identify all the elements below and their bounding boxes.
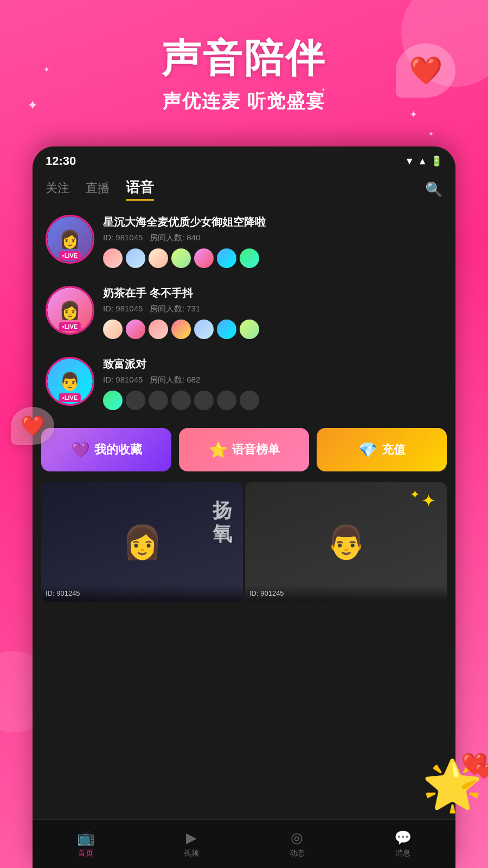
favorites-label: 我的收藏	[94, 442, 142, 458]
room-list: 👩 •LIVE 星沉大海全麦优质少女御姐空降啦 ID: 981045 房间人数:…	[33, 206, 455, 419]
mini-avatar	[240, 248, 259, 268]
header-section: 声音陪伴 声优连麦 听觉盛宴	[0, 33, 488, 114]
mini-avatar	[171, 391, 191, 410]
room-avatar-2: 👩 •LIVE	[46, 286, 94, 335]
nav-item-home[interactable]: 📺 首页	[33, 829, 138, 858]
room-title-2: 奶茶在手 冬不手抖	[103, 286, 442, 301]
room-info-1: 星沉大海全麦优质少女御姐空降啦 ID: 981045 房间人数: 840	[103, 215, 442, 268]
favorites-icon: 💜	[71, 441, 90, 459]
video-card-2[interactable]: 👨 ✦ ✦ ID: 901245	[245, 482, 447, 602]
live-badge-1: •LIVE	[59, 251, 81, 260]
room-avatars-1	[103, 248, 442, 268]
video-overlay-2: ID: 901245	[245, 585, 447, 602]
mini-avatar	[149, 248, 168, 268]
room-title-1: 星沉大海全麦优质少女御姐空降啦	[103, 215, 442, 229]
sub-title: 声优连麦 听觉盛宴	[0, 89, 488, 114]
room-meta-3: ID: 981045 房间人数: 682	[103, 375, 442, 385]
heart-decoration-left: ❤️	[11, 407, 54, 445]
live-badge-2: •LIVE	[59, 322, 81, 331]
tab-live[interactable]: 直播	[86, 180, 110, 199]
mini-avatar	[217, 391, 236, 410]
live-badge-3: •LIVE	[59, 393, 81, 402]
mini-avatar	[194, 320, 214, 339]
tab-voice[interactable]: 语音	[126, 178, 154, 201]
room-item-1[interactable]: 👩 •LIVE 星沉大海全麦优质少女御姐空降啦 ID: 981045 房间人数:…	[41, 206, 447, 277]
tab-follow[interactable]: 关注	[46, 180, 69, 199]
search-icon[interactable]: 🔍	[425, 181, 442, 198]
video-sparkle: ✦	[421, 490, 436, 511]
ranking-label: 语音榜单	[232, 442, 280, 458]
mini-avatar	[217, 320, 236, 339]
sparkle-4: ✦	[428, 130, 434, 138]
video-card-1[interactable]: 👩 扬氧 ID: 901245	[41, 482, 243, 602]
video-grid: 👩 扬氧 ID: 901245 👨 ✦ ✦ ID: 901245	[33, 480, 455, 602]
wifi-icon: ▼	[404, 156, 414, 167]
nav-label-messages: 消息	[395, 848, 410, 858]
room-meta-2: ID: 981045 房间人数: 731	[103, 304, 442, 314]
nav-item-video[interactable]: ▶ 视频	[138, 829, 244, 858]
room-item-3[interactable]: 👨 •LIVE 致富派对 ID: 981045 房间人数: 682	[41, 348, 447, 419]
room-avatar-3: 👨 •LIVE	[46, 357, 94, 406]
mini-avatar	[240, 320, 259, 339]
mini-avatar	[126, 320, 145, 339]
nav-label-home: 首页	[78, 848, 93, 858]
nav-label-video: 视频	[184, 848, 199, 858]
room-avatars-3	[103, 391, 442, 410]
room-meta-1: ID: 981045 房间人数: 840	[103, 233, 442, 243]
mini-avatar	[171, 248, 191, 268]
nav-item-messages[interactable]: 💬 消息	[350, 829, 455, 858]
mini-avatar	[149, 391, 168, 410]
mini-avatar	[126, 391, 145, 410]
my-favorites-button[interactable]: 💜 我的收藏	[41, 428, 171, 471]
mini-avatar	[194, 391, 214, 410]
bottom-nav: 📺 首页 ▶ 视频 ◎ 动态 💬 消息	[33, 819, 455, 868]
recharge-icon: 💎	[358, 441, 377, 459]
moments-icon: ◎	[291, 829, 303, 846]
phone-frame: 12:30 ▼ ▲ 🔋 关注 直播 语音 🔍 👩 •LIVE 星沉大海全麦优质少…	[33, 146, 455, 868]
mini-avatar	[171, 320, 191, 339]
status-time: 12:30	[46, 154, 76, 168]
room-item-2[interactable]: 👩 •LIVE 奶茶在手 冬不手抖 ID: 981045 房间人数: 731	[41, 277, 447, 348]
status-bar: 12:30 ▼ ▲ 🔋	[33, 146, 455, 173]
mini-avatar	[194, 248, 214, 268]
video-id-1: ID: 901245	[46, 589, 239, 597]
mini-avatar	[126, 248, 145, 268]
nav-label-moments: 动态	[290, 848, 305, 858]
ranking-icon: ⭐	[209, 441, 228, 459]
video-icon: ▶	[186, 829, 197, 846]
mini-avatar	[103, 320, 123, 339]
signal-icon: ▲	[418, 156, 427, 167]
messages-icon: 💬	[394, 829, 412, 846]
room-avatar-1: 👩 •LIVE	[46, 215, 94, 264]
mini-avatar	[240, 391, 259, 410]
mini-avatar	[217, 248, 236, 268]
video-overlay-1: ID: 901245	[41, 585, 243, 602]
video-id-2: ID: 901245	[249, 589, 442, 597]
voice-ranking-button[interactable]: ⭐ 语音榜单	[179, 428, 309, 471]
mini-avatar	[103, 248, 123, 268]
sparkle-video: ✦	[410, 488, 420, 502]
battery-icon: 🔋	[431, 155, 442, 167]
room-info-3: 致富派对 ID: 981045 房间人数: 682	[103, 357, 442, 410]
quick-actions: 💜 我的收藏 ⭐ 语音榜单 💎 充值	[33, 419, 455, 480]
nav-item-moments[interactable]: ◎ 动态	[244, 829, 350, 858]
nav-tabs: 关注 直播 语音 🔍	[33, 173, 455, 206]
status-icons: ▼ ▲ 🔋	[404, 155, 442, 167]
recharge-button[interactable]: 💎 充值	[317, 428, 447, 471]
recharge-label: 充值	[382, 442, 406, 458]
mini-avatar	[149, 320, 168, 339]
home-icon: 📺	[77, 829, 94, 846]
main-title: 声音陪伴	[0, 33, 488, 85]
room-avatars-2	[103, 320, 442, 339]
room-info-2: 奶茶在手 冬不手抖 ID: 981045 房间人数: 731	[103, 286, 442, 339]
mini-avatar	[103, 391, 123, 410]
emoji-decoration-bottom-right: 🌟 ❤️ ❤️	[422, 757, 483, 814]
video-text-1: 扬氧	[213, 499, 232, 545]
room-title-3: 致富派对	[103, 357, 442, 372]
